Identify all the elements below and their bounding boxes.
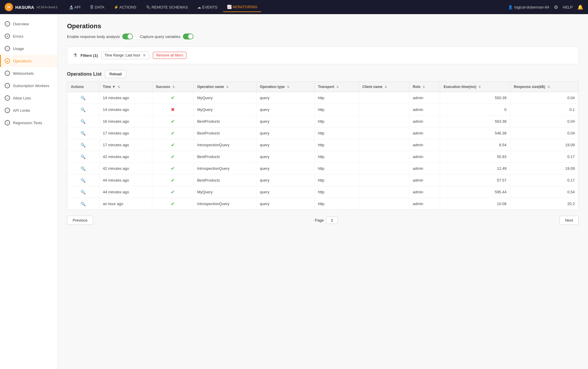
sidebar-label-regression-tests: Regression Tests	[13, 121, 42, 125]
col-success[interactable]: Success ⇅	[152, 82, 193, 92]
regression-tests-icon: ○	[5, 120, 10, 125]
sidebar-label-subscription-workers: Subscription Workers	[13, 84, 49, 88]
sidebar-item-allow-lists[interactable]: ○ Allow Lists	[0, 92, 57, 104]
row-resp-size: 0.04	[510, 92, 578, 104]
col-transport[interactable]: Transport ⇅	[314, 82, 359, 92]
success-check-icon: ✔	[171, 201, 175, 206]
col-actions[interactable]: Actions	[67, 82, 99, 92]
row-time: 14 minutes ago	[99, 92, 152, 104]
row-client-name	[359, 186, 409, 198]
success-check-icon: ✔	[171, 119, 175, 124]
sidebar-label-websockets: Websockets	[13, 71, 34, 76]
row-action-cell: 🔍	[67, 104, 99, 116]
row-resp-size: 0.17	[510, 151, 578, 163]
row-search-icon[interactable]: 🔍	[81, 154, 86, 159]
row-success: ✔	[152, 174, 193, 186]
help-text[interactable]: HELP	[563, 5, 573, 9]
filter-tag-remove[interactable]: ✕	[143, 53, 146, 58]
sidebar-item-api-limits[interactable]: ○ API Limits	[0, 104, 57, 117]
sidebar-item-operations[interactable]: ● Operations	[0, 55, 57, 67]
nav-actions[interactable]: ⚡ ACTIONS	[110, 2, 141, 12]
row-op-type: query	[256, 198, 314, 210]
row-search-icon[interactable]: 🔍	[81, 178, 86, 183]
success-check-icon: ✔	[171, 190, 175, 195]
sidebar-item-usage[interactable]: ○ Usage	[0, 42, 57, 55]
col-operation-type[interactable]: Operation type ⇅	[256, 82, 314, 92]
notifications-icon[interactable]: 🔔	[577, 4, 583, 10]
row-search-icon[interactable]: 🔍	[81, 166, 86, 171]
sidebar-item-regression-tests[interactable]: ○ Regression Tests	[0, 117, 57, 129]
user-menu[interactable]: 👤 logical-doberman-84	[508, 5, 549, 9]
row-resp-size: 19.09	[510, 139, 578, 151]
top-nav: H HASURA v2.16.0-cloud.1 🔬 API 🗄 DATA ⚡ …	[0, 0, 588, 14]
row-transport: http	[314, 163, 359, 174]
table-row: 🔍 an hour ago ✔ IntrospectionQuery query…	[67, 198, 578, 210]
page-number-input[interactable]	[326, 217, 338, 224]
success-check-icon: ✔	[171, 142, 175, 147]
previous-button[interactable]: Previous	[67, 216, 93, 225]
toggle-query-variables-switch[interactable]	[183, 34, 193, 39]
settings-icon[interactable]: ⚙	[554, 4, 558, 10]
col-role[interactable]: Role ⇅	[409, 82, 440, 92]
row-exec-time: 10.08	[440, 198, 510, 210]
sidebar-item-overview[interactable]: ○ Overview	[0, 18, 57, 30]
sidebar-label-usage: Usage	[13, 46, 24, 51]
row-client-name	[359, 139, 409, 151]
sidebar-label-errors: Errors	[13, 34, 23, 39]
row-search-icon[interactable]: 🔍	[81, 131, 86, 136]
websockets-icon: ○	[5, 71, 10, 76]
col-execution-time[interactable]: Execution time(ms) ⇅	[440, 82, 510, 92]
row-op-type: query	[256, 163, 314, 174]
row-client-name	[359, 116, 409, 127]
filter-tag-label: Time Range: Last hour	[105, 53, 141, 57]
row-transport: http	[314, 186, 359, 198]
row-search-icon[interactable]: 🔍	[81, 119, 86, 124]
success-check-icon: ✔	[171, 131, 175, 136]
main-content: Operations Enable response body analysis…	[58, 14, 588, 369]
row-client-name	[359, 104, 409, 116]
sidebar-item-errors[interactable]: ✕ Errors	[0, 30, 57, 42]
row-action-cell: 🔍	[67, 174, 99, 186]
row-client-name	[359, 92, 409, 104]
row-search-icon[interactable]: 🔍	[81, 190, 86, 195]
row-client-name	[359, 163, 409, 174]
row-action-cell: 🔍	[67, 116, 99, 127]
row-op-name: IntrospectionQuery	[193, 198, 256, 210]
row-op-type: query	[256, 92, 314, 104]
nav-events[interactable]: ☁ EVENTS	[193, 2, 222, 12]
nav-remote-schemas[interactable]: 🔌 REMOTE SCHEMAS	[142, 2, 192, 12]
operations-list-title: Operations List	[67, 72, 101, 77]
col-operation-name[interactable]: Operation name ⇅	[193, 82, 256, 92]
next-button[interactable]: Next	[559, 216, 579, 225]
row-search-icon[interactable]: 🔍	[81, 107, 86, 112]
sidebar-item-websockets[interactable]: ○ Websockets	[0, 67, 57, 79]
sidebar-label-allow-lists: Allow Lists	[13, 96, 31, 100]
row-op-type: query	[256, 116, 314, 127]
toggle-response-body-label: Enable response body analysis	[67, 34, 120, 39]
row-search-icon[interactable]: 🔍	[81, 96, 86, 100]
sidebar: ○ Overview ✕ Errors ○ Usage ● Operations…	[0, 14, 58, 369]
row-search-icon[interactable]: 🔍	[81, 143, 86, 147]
sidebar-label-operations: Operations	[13, 59, 32, 63]
col-time[interactable]: Time ▼ ⇅	[99, 82, 152, 92]
nav-links: 🔬 API 🗄 DATA ⚡ ACTIONS 🔌 REMOTE SCHEMAS …	[65, 2, 508, 12]
nav-monitoring[interactable]: 📈 MONITORING	[223, 2, 262, 12]
filter-tag-time-range: Time Range: Last hour ✕	[101, 51, 150, 59]
logo-icon: H	[5, 3, 13, 11]
table-row: 🔍 44 minutes ago ✔ MyQuery query http ad…	[67, 186, 578, 198]
row-success: ✔	[152, 92, 193, 104]
overview-icon: ○	[5, 21, 10, 26]
row-search-icon[interactable]: 🔍	[81, 202, 86, 206]
reload-button[interactable]: Reload	[105, 70, 126, 78]
row-op-type: query	[256, 127, 314, 139]
row-exec-time: 8.54	[440, 139, 510, 151]
nav-data[interactable]: 🗄 DATA	[86, 2, 108, 12]
table-row: 🔍 16 minutes ago ✔ BestProducts query ht…	[67, 116, 578, 127]
nav-api[interactable]: 🔬 API	[65, 2, 85, 12]
col-client-name[interactable]: Client name ⇅	[359, 82, 409, 92]
remove-all-filters-button[interactable]: Remove all filters	[153, 52, 186, 59]
success-check-icon: ✔	[171, 166, 175, 171]
sidebar-item-subscription-workers[interactable]: ○ Subscription Workers	[0, 79, 57, 92]
toggle-response-body-switch[interactable]	[122, 34, 133, 39]
col-response-size[interactable]: Response size(kB) ⇅	[510, 82, 578, 92]
